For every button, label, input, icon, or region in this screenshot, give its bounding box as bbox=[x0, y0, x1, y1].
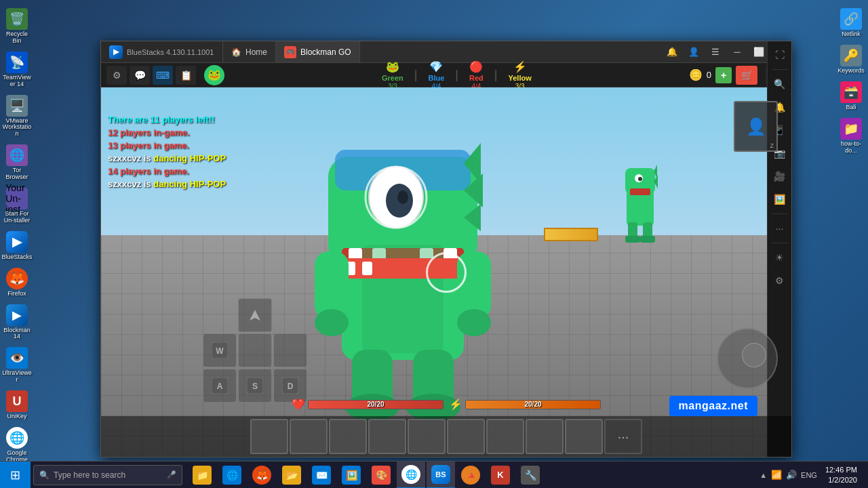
tools-icon: 🔧 bbox=[521, 466, 540, 485]
inv-slot-6[interactable] bbox=[447, 419, 485, 454]
desktop-icon-unikey[interactable]: U UniKey bbox=[0, 388, 34, 423]
inv-slot-8[interactable] bbox=[526, 419, 564, 454]
desktop-icon-tor[interactable]: 🌐 Tor Browser bbox=[0, 142, 34, 184]
inv-slot-4[interactable] bbox=[368, 419, 406, 454]
inventory-bar: ··· bbox=[101, 416, 791, 457]
mini-map[interactable]: 👤 Z bbox=[734, 101, 778, 152]
inv-slot-7[interactable] bbox=[486, 419, 524, 454]
inv-slot-3[interactable] bbox=[329, 419, 367, 454]
team-green[interactable]: 🐸 Green 3/3 bbox=[376, 60, 409, 90]
team-blue[interactable]: 💎 Blue 4/4 bbox=[423, 60, 450, 90]
taskbar-app-edge[interactable]: 🌐 bbox=[218, 462, 246, 489]
desktop-icon-howto[interactable]: 📁 how-to-do... bbox=[834, 115, 868, 157]
taskbar-app-folder[interactable]: 📂 bbox=[277, 462, 306, 489]
rt-separator-3 bbox=[772, 243, 788, 243]
taskbar-app-photos[interactable]: 🖼️ bbox=[337, 462, 366, 489]
menu-button[interactable]: ☰ bbox=[705, 41, 726, 63]
team-yellow[interactable]: ⚡ Yellow 3/3 bbox=[503, 60, 537, 90]
bluestacks-taskbar-icon: BS bbox=[431, 465, 450, 484]
tray-lang-label[interactable]: ENG bbox=[801, 471, 817, 479]
mini-map-content: 👤 bbox=[746, 117, 766, 136]
left-sidebar: 🗑️ Recycle Bin 📡 TeamViewer 14 🖥️ VMware… bbox=[0, 0, 34, 461]
rt-brightness-button[interactable]: ☀ bbox=[769, 247, 791, 268]
account-button[interactable]: 👤 bbox=[683, 41, 705, 63]
rt-gallery-button[interactable]: 🖼️ bbox=[769, 188, 791, 210]
taskbar-app-bluestacks[interactable]: BS bbox=[427, 462, 455, 489]
rt-settings-button[interactable]: ⚙ bbox=[769, 270, 791, 291]
home-tab[interactable]: 🏠 Home bbox=[223, 41, 276, 62]
joystick-outer bbox=[717, 328, 778, 389]
desktop-icon-vmware[interactable]: 🖥️ VMware Workstation bbox=[0, 92, 34, 141]
stamina-bar-wrapper: 20/20 bbox=[465, 400, 601, 409]
desktop-icon-firefox[interactable]: 🦊 Firefox bbox=[0, 265, 34, 300]
start-button[interactable]: ⊞ bbox=[0, 462, 31, 489]
bookmark-toolbar-button[interactable]: 📋 bbox=[176, 66, 196, 85]
desktop-icon-chrome[interactable]: 🌐 Google Chrome bbox=[0, 424, 34, 466]
taskbar: ⊞ 🔍 Type here to search 🎤 📁 🌐 🦊 📂 ✉️ bbox=[0, 461, 868, 488]
edge-icon: 🌐 bbox=[222, 466, 241, 485]
desktop-icon-ultraviewer[interactable]: 👁️ UltraViewer bbox=[0, 344, 34, 386]
desktop-icon-teamviewer[interactable]: 📡 TeamViewer 14 bbox=[0, 49, 34, 91]
team-red[interactable]: 🔴 Red 4/4 bbox=[464, 60, 489, 90]
rt-video-button[interactable]: 🎥 bbox=[769, 165, 791, 187]
taskbar-app-unikey[interactable]: K bbox=[486, 462, 515, 489]
blockman-go-tab-label: Blockman GO bbox=[300, 47, 351, 57]
taskbar-app-adobe[interactable]: 🎨 bbox=[367, 462, 395, 489]
taskbar-clock[interactable]: 12:46 PM 1/2/2020 bbox=[820, 465, 863, 485]
chat-toolbar-button[interactable]: 💬 bbox=[130, 66, 150, 85]
inv-slot-more[interactable]: ··· bbox=[604, 419, 642, 454]
taskbar-app-firefox[interactable]: 🦊 bbox=[248, 462, 276, 489]
ctrl-w-button[interactable]: W bbox=[203, 333, 237, 367]
microphone-icon: 🎤 bbox=[167, 470, 176, 479]
inv-slot-5[interactable] bbox=[408, 419, 446, 454]
tray-volume-icon[interactable]: 🔊 bbox=[786, 470, 797, 480]
desktop-icon-bali[interactable]: 🗃️ Bali bbox=[834, 79, 868, 114]
yellow-team-name: Yellow bbox=[509, 74, 532, 82]
stamina-bar-container: ⚡ 20/20 bbox=[449, 398, 601, 411]
adobe-taskbar-icon: 🎨 bbox=[372, 466, 391, 485]
game-toolbar: ⚙ 💬 ⌨ 📋 🐸 🐸 Green 3/3 | 💎 Blue 4/4 bbox=[101, 63, 791, 87]
inv-slot-1[interactable] bbox=[250, 419, 288, 454]
tray-up-arrow[interactable]: ▲ bbox=[760, 471, 767, 479]
right-joystick[interactable] bbox=[717, 328, 778, 389]
rt-zoom-button[interactable]: 🔍 bbox=[769, 87, 791, 95]
ctrl-empty-1 bbox=[203, 298, 237, 332]
bluestacks-window: ▶ BlueStacks 4.130.11.1001 🏠 Home 🎮 Bloc… bbox=[100, 41, 792, 458]
remote-player bbox=[613, 161, 667, 249]
inv-slot-9[interactable] bbox=[565, 419, 603, 454]
svg-rect-4 bbox=[630, 188, 650, 195]
blockman-go-tab[interactable]: 🎮 Blockman GO bbox=[276, 41, 360, 62]
desktop-icon-recycle-bin[interactable]: 🗑️ Recycle Bin bbox=[0, 5, 34, 47]
desktop-icon-start-uninstaller[interactable]: Your Un-inst... Start For Un-staller bbox=[0, 185, 34, 227]
keyboard-toolbar-button[interactable]: ⌨ bbox=[153, 66, 173, 85]
stamina-icon: ⚡ bbox=[449, 398, 462, 411]
taskbar-app-file-explorer[interactable]: 📁 bbox=[188, 462, 216, 489]
yellow-team-icon: ⚡ bbox=[513, 60, 527, 73]
team-scores: 🐸 Green 3/3 | 💎 Blue 4/4 | 🔴 Red 4/4 bbox=[227, 60, 686, 90]
desktop-icon-bluestacks[interactable]: ▶ BlueStacks bbox=[0, 228, 34, 264]
minimize-button[interactable]: ─ bbox=[726, 41, 748, 63]
game-area-wrapper: There are 11 players left!! 12 players i… bbox=[101, 87, 791, 457]
desktop-icon-netlink[interactable]: 🔗 Netlink bbox=[834, 5, 868, 41]
ctrl-run-button[interactable] bbox=[238, 298, 272, 332]
game-viewport[interactable]: There are 11 players left!! 12 players i… bbox=[101, 87, 791, 457]
desktop-icon-keywords[interactable]: 🔑 Keywords bbox=[834, 42, 868, 77]
red-team-name: Red bbox=[469, 74, 484, 82]
add-coins-button[interactable]: + bbox=[715, 67, 732, 83]
search-bar[interactable]: 🔍 Type here to search 🎤 bbox=[33, 465, 182, 485]
cart-button[interactable]: 🛒 bbox=[736, 66, 757, 85]
bluestacks-title-tab[interactable]: ▶ BlueStacks 4.130.11.1001 bbox=[101, 41, 223, 62]
bluestacks-version-label: BlueStacks 4.130.11.1001 bbox=[127, 48, 214, 56]
health-bar-wrapper: 20/20 bbox=[308, 400, 443, 409]
firefox-taskbar-icon: 🦊 bbox=[252, 466, 271, 485]
blue-team-name: Blue bbox=[429, 74, 445, 82]
taskbar-app-chrome[interactable]: 🌐 bbox=[397, 462, 425, 489]
rt-more-button[interactable]: ··· bbox=[769, 218, 791, 239]
search-icon: 🔍 bbox=[39, 470, 50, 480]
inv-slot-2[interactable] bbox=[290, 419, 328, 454]
taskbar-app-vlc[interactable]: 🔺 bbox=[456, 462, 485, 489]
taskbar-app-mail[interactable]: ✉️ bbox=[307, 462, 336, 489]
settings-toolbar-button[interactable]: ⚙ bbox=[106, 66, 127, 85]
desktop-icon-blockman14[interactable]: ▶ Blockman 14 bbox=[0, 302, 34, 344]
taskbar-app-tools[interactable]: 🔧 bbox=[516, 462, 545, 489]
